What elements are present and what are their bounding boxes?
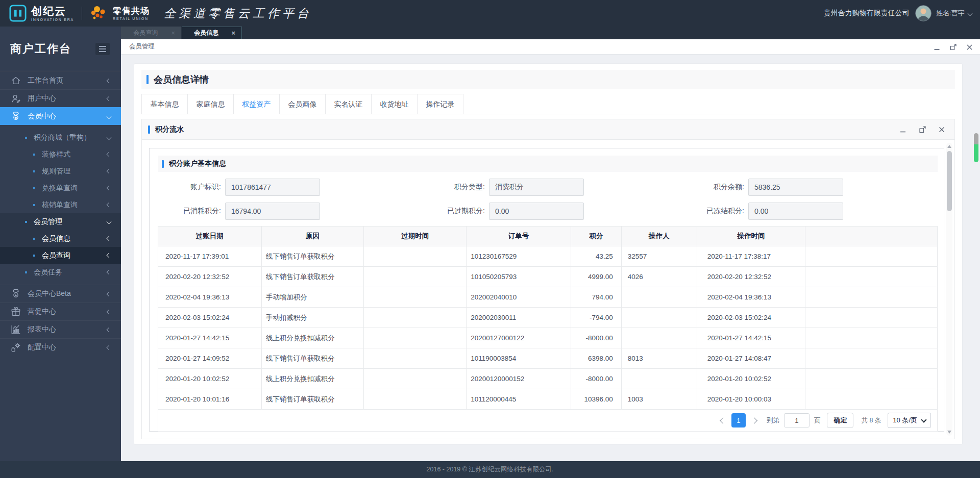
column-header: 操作人 bbox=[622, 227, 697, 246]
gift-icon bbox=[10, 306, 21, 317]
tab-close-icon[interactable]: × bbox=[231, 30, 235, 36]
user-name: 姓名:曹宇 bbox=[936, 9, 965, 18]
sidebar-item[interactable]: 核销单查询 bbox=[0, 196, 121, 213]
footer: 2016 - 2019 © 江苏创纪云网络科技有限公司. bbox=[0, 461, 980, 478]
brand-logo-icon bbox=[9, 5, 27, 22]
sidebar-item[interactable]: 报表中心 bbox=[0, 320, 121, 338]
sidebar-item-label: 配置中心 bbox=[28, 343, 56, 352]
table-cell: 2020-02-20 12:32:52 bbox=[697, 267, 806, 287]
table-cell: 202002030011 bbox=[467, 308, 571, 328]
window-scrollbar-thumb[interactable] bbox=[974, 133, 978, 162]
field-input[interactable] bbox=[748, 203, 843, 220]
panel-scrollbar[interactable] bbox=[946, 143, 952, 436]
table-row: 2020-01-20 10:01:16线下销售订单获取积分10112000044… bbox=[158, 389, 937, 410]
logo-area: 创纪云 INNOVATION ERA 零售共场 RETAIL UNION 全渠道… bbox=[0, 5, 312, 22]
sidebar-item[interactable]: 会员中心 bbox=[0, 107, 121, 125]
panel-expand-icon[interactable] bbox=[919, 126, 926, 133]
chevron-left-icon bbox=[107, 78, 112, 83]
panel-scrollbar-thumb[interactable] bbox=[947, 151, 952, 211]
table-cell: 202002040010 bbox=[467, 287, 571, 307]
field-input[interactable] bbox=[489, 203, 584, 220]
panel-title: 积分流水 bbox=[155, 125, 184, 134]
sidebar-item[interactable]: 装修样式 bbox=[0, 146, 121, 163]
table-cell: 2020-01-20 10:00:03 bbox=[697, 389, 806, 409]
scroll-up-icon[interactable] bbox=[947, 145, 951, 148]
partner-name: 零售共场 bbox=[113, 7, 150, 15]
detail-tab[interactable]: 家庭信息 bbox=[187, 94, 234, 114]
avatar[interactable] bbox=[915, 5, 932, 21]
current-page-button[interactable]: 1 bbox=[731, 413, 746, 427]
table-cell: 2020-11-17 17:38:17 bbox=[697, 246, 806, 266]
table-cell bbox=[805, 287, 937, 307]
field: 已冻结积分: bbox=[683, 203, 843, 220]
panel-minimize-icon[interactable] bbox=[899, 126, 906, 133]
confirm-button[interactable]: 确定 bbox=[827, 413, 853, 428]
window-controls bbox=[934, 39, 973, 55]
user-area[interactable]: 贵州合力购物有限责任公司 姓名:曹宇 bbox=[823, 0, 972, 27]
brand-block: 创纪云 INNOVATION ERA bbox=[31, 6, 74, 21]
scroll-down-icon[interactable] bbox=[947, 431, 951, 434]
field-input[interactable] bbox=[225, 203, 320, 220]
platform-title: 全渠道零售云工作平台 bbox=[164, 6, 312, 21]
sidebar-item[interactable]: 营促中心 bbox=[0, 303, 121, 320]
table-cell: 794.00 bbox=[571, 287, 622, 307]
page-size-select[interactable]: 10 条/页 bbox=[888, 413, 931, 428]
field-label: 已消耗积分: bbox=[160, 207, 225, 216]
window-tab[interactable]: 会员查询× bbox=[121, 27, 181, 39]
page-size-value: 10 条/页 bbox=[893, 416, 917, 425]
panel-close-icon[interactable] bbox=[938, 126, 945, 133]
sidebar-item[interactable]: 会员管理 bbox=[0, 213, 121, 230]
table-cell: 2020-02-04 19:36:13 bbox=[697, 287, 806, 307]
detail-tab[interactable]: 权益资产 bbox=[233, 94, 280, 114]
chevron-left-icon bbox=[107, 203, 112, 208]
field-input[interactable] bbox=[489, 179, 584, 196]
sidebar-item[interactable]: 会员查询 bbox=[0, 247, 121, 264]
sidebar-item[interactable]: 用户中心 bbox=[0, 89, 121, 107]
table-cell: 4026 bbox=[622, 267, 697, 287]
chevron-left-icon bbox=[107, 236, 112, 241]
tab-close-icon[interactable]: × bbox=[171, 30, 175, 36]
user-menu-chevron-icon[interactable] bbox=[968, 11, 973, 16]
sidebar-item[interactable]: 规则管理 bbox=[0, 163, 121, 180]
panel-marker-icon bbox=[148, 125, 150, 134]
partner-subtitle: RETAIL UNION bbox=[113, 17, 150, 20]
table-row: 2020-02-03 15:02:24手动扣减积分202002030011-79… bbox=[158, 308, 937, 328]
partner-logo-icon bbox=[90, 5, 108, 21]
sidebar-item[interactable]: 积分商城（重构） bbox=[0, 129, 121, 146]
detail-tab[interactable]: 会员画像 bbox=[279, 94, 326, 114]
close-icon[interactable] bbox=[966, 44, 973, 51]
sidebar-item[interactable]: 兑换单查询 bbox=[0, 180, 121, 196]
sidebar-item[interactable]: 配置中心 bbox=[0, 338, 121, 356]
field-input[interactable] bbox=[225, 179, 320, 196]
table-cell: 线上积分兑换扣减积分 bbox=[262, 369, 364, 389]
sidebar-item-label: 核销单查询 bbox=[42, 200, 78, 210]
detail-tab[interactable]: 操作记录 bbox=[417, 94, 463, 114]
maximize-icon[interactable] bbox=[950, 44, 957, 51]
bullet-icon bbox=[33, 154, 35, 156]
page-jump-input[interactable] bbox=[784, 413, 810, 427]
table-row: 2020-01-20 10:02:52线上积分兑换扣减积分20200120000… bbox=[158, 369, 937, 389]
minimize-icon[interactable] bbox=[934, 44, 940, 51]
pagination: 1 到第 页 确定 共 8 条 10 条/页 bbox=[158, 410, 937, 431]
sidebar-item[interactable]: 工作台首页 bbox=[0, 71, 121, 89]
field-input[interactable] bbox=[748, 179, 843, 196]
table-cell bbox=[622, 308, 697, 328]
next-page-icon[interactable] bbox=[752, 418, 756, 423]
sidebar-item[interactable]: 会员中心Beta bbox=[0, 285, 121, 303]
detail-tab[interactable]: 收货地址 bbox=[371, 94, 418, 114]
sidebar-item[interactable]: 会员信息 bbox=[0, 230, 121, 247]
sidebar-item[interactable]: 会员任务 bbox=[0, 264, 121, 281]
window-tab[interactable]: 会员信息× bbox=[182, 27, 242, 39]
detail-tab[interactable]: 基本信息 bbox=[141, 94, 188, 114]
sidebar-collapse-button[interactable] bbox=[95, 43, 110, 55]
table-cell: 2020-01-27 14:08:47 bbox=[697, 348, 806, 368]
field: 已消耗积分: bbox=[160, 203, 320, 220]
medal-icon bbox=[10, 288, 21, 299]
bullet-icon bbox=[33, 204, 35, 206]
table-cell: 线下销售订单获取积分 bbox=[262, 348, 364, 368]
detail-tab[interactable]: 实名认证 bbox=[325, 94, 372, 114]
table-cell: 4999.00 bbox=[571, 267, 622, 287]
prev-page-icon[interactable] bbox=[721, 418, 725, 423]
table-cell bbox=[364, 287, 467, 307]
chart-icon bbox=[10, 324, 21, 335]
